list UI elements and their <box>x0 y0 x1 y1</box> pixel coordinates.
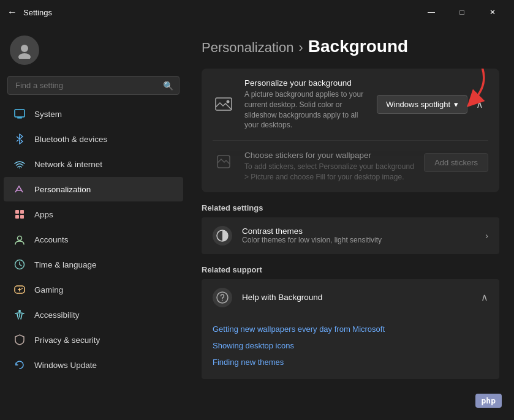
network-icon <box>13 158 26 170</box>
breadcrumb-separator: › <box>298 40 303 56</box>
background-card-text: Personalize your background A picture ba… <box>244 78 367 130</box>
svg-point-16 <box>18 310 21 312</box>
maximize-button[interactable]: □ <box>448 3 476 21</box>
apps-icon <box>13 208 26 220</box>
sidebar-label-personalization: Personalization <box>34 185 91 194</box>
contrast-themes-icon <box>213 226 232 246</box>
sidebar-item-system[interactable]: System <box>4 102 183 126</box>
content-area: Personalization › Background Personalize… <box>187 24 514 420</box>
svg-rect-2 <box>15 110 25 117</box>
personalization-icon <box>13 183 26 195</box>
sidebar-item-accessibility[interactable]: Accessibility <box>4 302 183 327</box>
svg-point-0 <box>21 45 28 52</box>
background-dropdown[interactable]: Windows spotlight ▾ <box>377 95 467 114</box>
sidebar-label-bluetooth: Bluetooth & devices <box>34 135 107 144</box>
sidebar-item-bluetooth[interactable]: Bluetooth & devices <box>4 127 183 151</box>
background-icon <box>213 94 235 116</box>
background-card-title: Personalize your background <box>244 78 367 88</box>
user-profile <box>0 29 187 76</box>
title-bar-controls: — □ ✕ <box>417 3 507 21</box>
dropdown-chevron-icon: ▾ <box>454 100 458 109</box>
app-body: 🔍 System Bluetooth & devices Network & i… <box>0 24 514 420</box>
chevron-right-icon: › <box>485 231 488 241</box>
system-icon <box>13 108 26 120</box>
collapse-icon: ∧ <box>481 291 488 303</box>
sidebar-item-update[interactable]: Windows Update <box>4 353 183 377</box>
svg-rect-9 <box>20 215 24 219</box>
dropdown-label: Windows spotlight <box>386 100 450 109</box>
update-icon <box>13 359 26 371</box>
sidebar-label-accounts: Accounts <box>34 235 69 244</box>
svg-point-10 <box>18 236 22 241</box>
help-header[interactable]: Help with Background ∧ <box>202 279 499 316</box>
gaming-icon <box>13 283 26 296</box>
sidebar-item-privacy[interactable]: Privacy & security <box>4 328 183 352</box>
contrast-themes-row[interactable]: Contrast themes Color themes for low vis… <box>202 217 499 254</box>
sidebar-label-time: Time & language <box>34 260 97 269</box>
related-settings-header: Related settings <box>202 203 499 212</box>
accessibility-icon <box>13 309 26 321</box>
search-input[interactable] <box>7 76 180 95</box>
page-header: Personalization › Background <box>202 37 499 56</box>
sidebar-item-gaming[interactable]: Gaming <box>4 277 183 302</box>
breadcrumb-parent: Personalization <box>202 40 293 56</box>
privacy-icon <box>13 334 26 346</box>
sidebar-label-network: Network & internet <box>34 160 102 169</box>
nav-list: System Bluetooth & devices Network & int… <box>0 101 187 378</box>
sidebar-item-personalization[interactable]: Personalization <box>4 177 183 201</box>
back-button[interactable]: ← <box>7 7 17 18</box>
svg-rect-8 <box>15 215 19 219</box>
add-stickers-button[interactable]: Add stickers <box>424 153 488 172</box>
stickers-action: Add stickers <box>424 151 488 172</box>
help-icon <box>213 288 232 307</box>
contrast-themes-text: Contrast themes Color themes for low vis… <box>242 227 475 244</box>
accounts-icon <box>13 233 26 246</box>
help-section: Help with Background ∧ Getting new wallp… <box>202 279 499 379</box>
title-bar: ← Settings — □ ✕ <box>0 0 514 24</box>
svg-rect-17 <box>216 98 232 110</box>
sidebar-label-apps: Apps <box>34 210 53 219</box>
sidebar-item-time[interactable]: Time & language <box>4 252 183 277</box>
stickers-icon <box>213 151 235 173</box>
sidebar-label-gaming: Gaming <box>34 285 63 294</box>
close-button[interactable]: ✕ <box>478 3 507 21</box>
stickers-card-title: Choose stickers for your wallpaper <box>244 151 414 160</box>
stickers-card-text: Choose stickers for your wallpaper To ad… <box>244 151 414 182</box>
page-title: Background <box>308 37 408 56</box>
svg-point-4 <box>19 168 20 169</box>
title-bar-left: ← Settings <box>7 7 52 18</box>
background-card-row: Personalize your background A picture ba… <box>202 69 499 140</box>
background-card: Personalize your background A picture ba… <box>202 69 499 192</box>
contrast-themes-title: Contrast themes <box>242 227 475 236</box>
svg-rect-6 <box>15 210 19 214</box>
stickers-card-desc: To add stickers, select Personalize your… <box>244 162 414 182</box>
avatar <box>10 36 39 65</box>
help-link-wallpapers[interactable]: Getting new wallpapers every day from Mi… <box>213 321 488 337</box>
sidebar-label-accessibility: Accessibility <box>34 310 80 320</box>
background-card-desc: A picture background applies to your cur… <box>244 89 367 130</box>
minimize-button[interactable]: — <box>417 3 445 21</box>
sidebar-item-accounts[interactable]: Accounts <box>4 227 183 252</box>
svg-point-18 <box>227 100 230 103</box>
help-link-themes[interactable]: Finding new themes <box>213 354 488 370</box>
search-icon: 🔍 <box>163 81 173 91</box>
help-link-icons[interactable]: Showing desktop icons <box>213 337 488 354</box>
collapse-button[interactable]: ∧ <box>471 96 488 113</box>
contrast-themes-desc: Color themes for low vision, light sensi… <box>242 236 475 244</box>
related-support-header: Related support <box>202 265 499 274</box>
search-box[interactable]: 🔍 <box>7 76 180 95</box>
app-title: Settings <box>23 8 52 17</box>
stickers-card-row: Choose stickers for your wallpaper To ad… <box>202 141 499 192</box>
sidebar-item-network[interactable]: Network & internet <box>4 152 183 176</box>
svg-point-23 <box>222 299 223 301</box>
sidebar-item-apps[interactable]: Apps <box>4 202 183 227</box>
php-badge: php <box>475 394 502 408</box>
sidebar: 🔍 System Bluetooth & devices Network & i… <box>0 24 187 420</box>
help-body: Getting new wallpapers every day from Mi… <box>202 316 499 379</box>
svg-rect-3 <box>17 118 22 119</box>
background-card-action: Windows spotlight ▾ ∧ <box>377 95 488 114</box>
time-icon <box>13 258 26 271</box>
sidebar-label-system: System <box>34 110 62 119</box>
sidebar-label-update: Windows Update <box>34 361 97 370</box>
help-title: Help with Background <box>242 293 471 302</box>
